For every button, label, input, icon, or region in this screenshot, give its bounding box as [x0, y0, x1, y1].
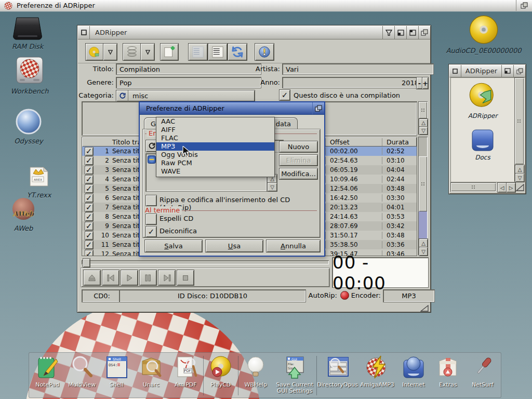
slider-thumb[interactable] [83, 258, 90, 268]
elimina-button[interactable]: Elimina [279, 154, 318, 166]
dock-item-unarc[interactable]: Unarc [134, 355, 169, 396]
scrollbar-thumb[interactable] [451, 183, 496, 191]
dropdown-item-wave[interactable]: WAVE [156, 167, 274, 176]
dock-item-directoryopus[interactable]: DirectoryOpus [317, 355, 358, 396]
genere-field[interactable]: Pop [116, 77, 261, 88]
categoria-cycle[interactable]: misc [116, 90, 255, 102]
disc-info-scrollbar[interactable]: △ ▽ [418, 101, 428, 135]
drawer-icon-adripper[interactable]: ADRipper [460, 82, 505, 119]
scrollbar-thumb[interactable] [419, 156, 427, 211]
zoom-gadget[interactable] [501, 65, 513, 77]
dock-item-multiview[interactable]: MultiView [65, 355, 100, 396]
dropdown-item-mp3-selected[interactable]: MP3 [156, 142, 274, 151]
dropdown-item-aac[interactable]: AAC [156, 117, 274, 126]
dock-item-wbhelp[interactable]: WBHelp [238, 355, 273, 396]
track-checkbox[interactable] [85, 194, 94, 203]
desktop-icon-audiocd[interactable]: AudioCD_0E00000000 [445, 15, 523, 55]
desktop-icon-aweb[interactable]: AWeb AWeb [6, 197, 41, 232]
compilation-checkbox[interactable] [279, 89, 290, 101]
nuovo-button[interactable]: Nuovo [279, 141, 318, 153]
new-entry-button[interactable] [160, 43, 179, 61]
track-checkbox[interactable] [85, 175, 94, 184]
refresh-button[interactable] [228, 43, 247, 61]
shade-gadget[interactable] [406, 26, 418, 39]
autorip-checkbox[interactable] [145, 195, 157, 206]
track-checkbox[interactable] [85, 222, 94, 231]
track-list-scrollbar[interactable]: △ ▽ [418, 137, 428, 255]
rip-cd-button[interactable] [85, 43, 104, 61]
pause-button[interactable] [139, 270, 157, 286]
seek-slider[interactable] [82, 258, 329, 267]
close-gadget[interactable] [78, 26, 90, 39]
salva-button[interactable]: Salva [144, 240, 203, 252]
depth-gadget[interactable] [312, 102, 324, 114]
dock-item-internet[interactable]: Internet [396, 355, 431, 396]
dock-item-notepad[interactable]: NotePad [30, 355, 65, 396]
main-window-titlebar[interactable]: ADRipper [78, 26, 430, 39]
screen-depth-gadget[interactable] [516, 0, 532, 11]
track-checkbox[interactable] [85, 184, 94, 193]
track-checkbox[interactable] [85, 156, 94, 165]
dock-item-netsurf[interactable]: NetSurf [466, 355, 500, 396]
resize-gadget[interactable] [420, 304, 429, 311]
dock-item-amigaamp[interactable]: AmigaAMP3 [358, 355, 396, 396]
play-button[interactable] [121, 270, 138, 286]
database-options-button[interactable] [140, 43, 155, 61]
iconify-gadget[interactable] [382, 26, 394, 39]
track-checkbox[interactable] [85, 166, 94, 175]
close-gadget[interactable] [449, 65, 461, 77]
depth-gadget[interactable] [513, 65, 525, 77]
track-checkbox[interactable] [85, 212, 94, 221]
dock-item-save-gui-settings[interactable]: GUI File: Size: Save Current GUI Setting… [273, 355, 316, 396]
track-checkbox[interactable] [85, 147, 94, 156]
preferences-button[interactable] [255, 43, 274, 61]
scrollbar-thumb[interactable] [515, 78, 524, 164]
scrollbar-thumb[interactable] [419, 102, 427, 118]
list-view-button[interactable] [208, 43, 228, 61]
database-button[interactable] [123, 43, 141, 61]
scroll-down-button[interactable]: ▽ [515, 173, 525, 182]
dropdown-item-aiff[interactable]: AIFF [156, 126, 274, 134]
drawer-icon-docs[interactable]: Docs [460, 129, 505, 161]
scroll-right-button[interactable]: ▷ [506, 182, 516, 193]
prefs-titlebar[interactable]: Preferenze di ADRipper [140, 102, 324, 115]
desktop-icon-ytrexx[interactable]: AREX YT.rexx [22, 164, 56, 199]
usa-button[interactable]: Usa [205, 240, 263, 252]
annulla-button[interactable]: Annulla [266, 240, 321, 252]
drawer-vscrollbar[interactable]: △ ▽ [514, 77, 524, 181]
titolo-field[interactable]: Compilation [116, 63, 261, 75]
dock-item-amipdf[interactable]: PDF AmiPDF [168, 355, 203, 396]
list-scroll-down-button[interactable]: ▽ [267, 182, 277, 192]
scroll-down-button[interactable]: ▽ [419, 126, 428, 135]
zoom-gadget[interactable] [394, 26, 406, 39]
next-track-button[interactable] [158, 270, 176, 286]
dock-item-shell[interactable]: Shell OS4: Shell [99, 355, 134, 396]
track-checkbox[interactable] [85, 231, 94, 240]
track-checkbox[interactable] [85, 241, 94, 249]
desktop-icon-odyssey[interactable]: Odyssey [11, 108, 46, 145]
dropdown-item-flac[interactable]: FLAC [156, 134, 274, 142]
anno-field[interactable]: 2018 [282, 77, 422, 88]
depth-gadget[interactable] [418, 26, 430, 39]
list-view-button-disabled[interactable] [188, 43, 208, 61]
resize-gadget[interactable] [516, 183, 524, 193]
eject-button[interactable] [83, 270, 101, 286]
drawer-hscrollbar[interactable]: ◁ ▷ [450, 182, 524, 192]
header-durata[interactable]: Durata [382, 138, 417, 146]
dock-item-extras[interactable]: Extras [431, 355, 466, 396]
track-checkbox[interactable] [85, 250, 94, 257]
dropdown-item-rawpcm[interactable]: Raw PCM [156, 159, 274, 167]
track-checkbox[interactable] [85, 203, 94, 212]
dock-item-playcd[interactable]: PlayCD [204, 355, 238, 396]
previous-track-button[interactable] [102, 270, 119, 286]
drawer-titlebar[interactable]: ADRipper [449, 65, 525, 77]
modifica-button[interactable]: Modifica... [279, 168, 318, 180]
dropdown-item-ogg[interactable]: Ogg Vorbis [156, 151, 274, 159]
desktop-icon-ramdisk[interactable]: RAM Disk [7, 17, 48, 50]
artista-field[interactable]: Vari [282, 63, 434, 75]
rip-options-button[interactable] [103, 43, 117, 61]
header-offset[interactable]: Offset [326, 138, 382, 146]
stop-button[interactable] [177, 270, 194, 286]
deiconifica-checkbox[interactable] [145, 226, 157, 237]
desktop-icon-workbench[interactable]: Workbench [9, 55, 50, 95]
